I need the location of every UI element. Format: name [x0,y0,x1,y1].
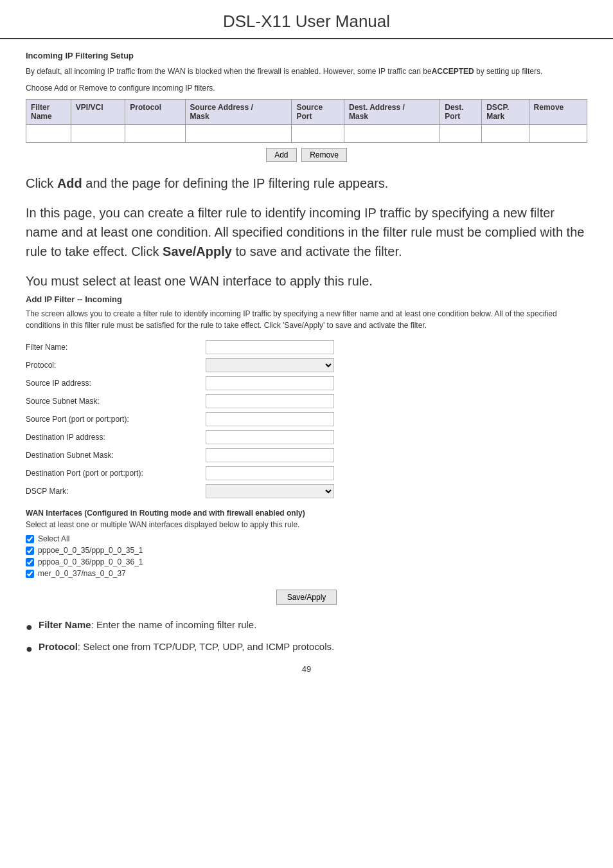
wan-interface-2: pppoa_0_0_36/ppp_0_0_36_1 [26,557,587,566]
bullet-text-1: Filter Name: Enter the name of incoming … [39,618,256,633]
info-text: The screen allows you to create a filter… [26,308,587,331]
col-vpi-vci: VPI/VCI [71,100,125,125]
dest-port-input[interactable] [206,466,334,480]
main-para1: Click Add and the page for defining the … [26,174,587,193]
section-title: Incoming IP Filtering Setup [26,51,587,60]
col-remove: Remove [529,100,587,125]
protocol-select[interactable]: TCP/UDP TCP UDP ICMP [206,358,334,372]
bullet-suffix-2: : Select one from TCP/UDP, TCP, UDP, and… [78,641,334,652]
main-para2: In this page, you can create a filter ru… [26,203,587,261]
para1-prefix: Click [26,176,57,190]
para2-bold: Save/Apply [163,244,232,258]
wan-interface-3-label: mer_0_0_37/nas_0_0_37 [38,569,126,578]
dest-subnet-row: Destination Subnet Mask: [26,448,587,462]
filter-table: FilterName VPI/VCI Protocol Source Addre… [26,99,587,143]
wan-interface-1: pppoe_0_0_35/ppp_0_0_35_1 [26,546,587,555]
source-ip-input[interactable] [206,376,334,390]
desc-bold: ACCEPTED [432,67,474,76]
bullet-dot-2: ● [26,640,39,658]
dest-ip-label: Destination IP address: [26,433,206,442]
subtitle-text: You must select at least one WAN interfa… [26,271,587,291]
subsection-title: Add IP Filter -- Incoming [26,294,587,304]
bullet-dot-1: ● [26,619,39,636]
col-dscp-mark: DSCP.Mark [482,100,529,125]
filter-name-label: Filter Name: [26,343,206,352]
filter-name-row: Filter Name: [26,340,587,354]
dscp-label: DSCP Mark: [26,487,206,496]
wan-interface-3-checkbox[interactable] [26,570,34,578]
add-button[interactable]: Add [266,148,296,162]
wan-subtitle: Select at least one or multiple WAN inte… [26,520,587,529]
wan-interface-2-label: pppoa_0_0_36/ppp_0_0_36_1 [38,557,143,566]
save-apply-button[interactable]: Save/Apply [276,590,337,605]
bullet-item-1: ● Filter Name: Enter the name of incomin… [26,618,587,636]
source-subnet-input[interactable] [206,394,334,408]
page-number: 49 [26,664,587,674]
source-subnet-row: Source Subnet Mask: [26,394,587,408]
dest-port-label: Destination Port (port or port:port): [26,469,206,478]
bullet-bold-1: Filter Name [39,619,91,630]
filter-form: Filter Name: Protocol: TCP/UDP TCP UDP I… [26,340,587,498]
table-empty-row [26,125,587,143]
table-btn-row: Add Remove [26,148,587,162]
bullet-bold-2: Protocol [39,641,78,652]
bullet-suffix-1: : Enter the name of incoming filter rule… [91,619,257,630]
wan-title: WAN Interfaces (Configured in Routing mo… [26,509,587,518]
col-dest-addr-mask: Dest. Address /Mask [344,100,440,125]
select-all-label: Select All [38,534,69,543]
para2-suffix: to save and activate the filter. [232,244,402,258]
page-header: DSL-X11 User Manual [0,0,613,39]
remove-button[interactable]: Remove [301,148,347,162]
filter-name-input[interactable] [206,340,334,354]
description-text: By default, all incoming IP traffic from… [26,66,587,77]
source-port-input[interactable] [206,412,334,426]
source-ip-row: Source IP address: [26,376,587,390]
wan-interface-1-label: pppoe_0_0_35/ppp_0_0_35_1 [38,546,143,555]
source-port-row: Source Port (port or port:port): [26,412,587,426]
wan-section: WAN Interfaces (Configured in Routing mo… [26,509,587,578]
col-protocol: Protocol [125,100,185,125]
desc-line1: By default, all incoming IP traffic from… [26,67,432,76]
dscp-select[interactable] [206,484,334,498]
save-apply-row: Save/Apply [26,590,587,605]
select-all-checkbox[interactable] [26,535,34,543]
col-dest-port: Dest.Port [440,100,482,125]
dest-ip-row: Destination IP address: [26,430,587,444]
source-subnet-label: Source Subnet Mask: [26,397,206,406]
wan-interface-2-checkbox[interactable] [26,558,34,566]
col-filter-name: FilterName [26,100,71,125]
para1-bold: Add [57,176,82,190]
col-source-addr-mask: Source Address /Mask [185,100,292,125]
dest-ip-input[interactable] [206,430,334,444]
wan-interface-1-checkbox[interactable] [26,547,34,555]
bullet-list: ● Filter Name: Enter the name of incomin… [26,618,587,658]
select-all-item: Select All [26,534,587,543]
bullet-item-2: ● Protocol: Select one from TCP/UDP, TCP… [26,640,587,658]
protocol-label: Protocol: [26,361,206,370]
source-ip-label: Source IP address: [26,379,206,388]
dest-subnet-input[interactable] [206,448,334,462]
wan-interface-3: mer_0_0_37/nas_0_0_37 [26,569,587,578]
para1-suffix: and the page for defining the IP filteri… [82,176,389,190]
choose-text: Choose Add or Remove to configure incomi… [26,84,587,93]
bullet-text-2: Protocol: Select one from TCP/UDP, TCP, … [39,640,334,655]
source-port-label: Source Port (port or port:port): [26,415,206,424]
desc-line2: by setting up filters. [474,67,543,76]
dest-subnet-label: Destination Subnet Mask: [26,451,206,460]
col-source-port: SourcePort [292,100,344,125]
main-content: Incoming IP Filtering Setup By default, … [0,51,613,700]
dest-port-row: Destination Port (port or port:port): [26,466,587,480]
dscp-row: DSCP Mark: [26,484,587,498]
protocol-row: Protocol: TCP/UDP TCP UDP ICMP [26,358,587,372]
page-title: DSL-X11 User Manual [0,12,613,32]
